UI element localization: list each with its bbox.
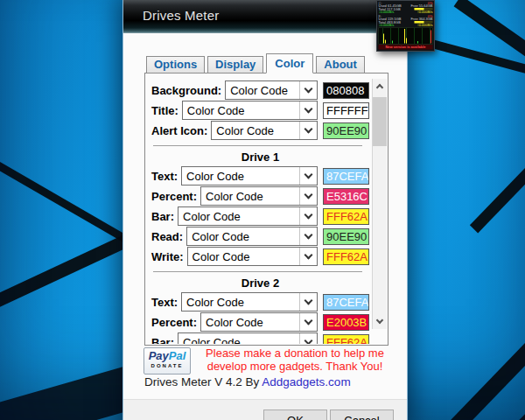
chevron-down-icon[interactable]	[299, 122, 317, 139]
color-row-d1-read: Read: Color Code 90EE90	[151, 227, 369, 246]
section-divider	[153, 271, 362, 272]
scroll-up-button[interactable]	[373, 79, 387, 94]
chevron-down-icon[interactable]	[299, 187, 317, 205]
color-row-d2-text: Text: Color Code 87CEFA	[151, 292, 369, 312]
field-label: Bar:	[151, 210, 174, 223]
tab-about[interactable]: About	[316, 56, 365, 74]
dropdown-value: Color Code	[183, 104, 299, 117]
paypal-logo: PayPal	[144, 349, 190, 363]
chevron-down-icon[interactable]	[299, 248, 317, 265]
color-code-input[interactable]: FFF62A	[323, 334, 369, 345]
drives-meter-settings-window: Drives Meter Options Display Color About…	[122, 0, 408, 420]
drive1-read-rate: ↓0.000B/s	[379, 10, 395, 14]
window-titlebar[interactable]: Drives Meter	[123, 0, 407, 33]
section-header-drive1: Drive 1	[151, 150, 369, 164]
color-code-input[interactable]: 87CEFA	[323, 294, 369, 311]
color-code-input[interactable]: FFF62A	[323, 248, 369, 265]
color-row-background: Background: Color Code 080808	[151, 80, 369, 100]
chevron-up-icon	[376, 84, 383, 91]
drive1-write-rate: ↑0.000B/s	[417, 10, 433, 14]
color-row-d2-percent: Percent: Color Code E2003B	[151, 312, 369, 332]
color-mode-dropdown[interactable]: Color Code	[186, 227, 318, 246]
donation-line1: Please make a donation to help me	[206, 346, 384, 360]
paypal-donate-button[interactable]: PayPal DONATE	[144, 347, 191, 374]
dropdown-value: Color Code	[178, 210, 299, 223]
chevron-down-icon[interactable]	[299, 293, 317, 311]
color-code-input[interactable]: 87CEFA	[323, 168, 369, 185]
color-mode-dropdown[interactable]: Color Code	[211, 121, 318, 140]
update-banner: New version is available	[379, 45, 433, 50]
color-code-input[interactable]: E5316C	[323, 188, 369, 205]
wallpaper-beam	[470, 153, 525, 234]
color-mode-dropdown[interactable]: Color Code	[182, 101, 318, 120]
dropdown-value: Color Code	[182, 170, 299, 183]
wallpaper-beam	[450, 326, 525, 420]
field-label: Bar:	[151, 336, 174, 345]
wallpaper-beam	[454, 0, 525, 66]
field-label: Text:	[151, 170, 178, 183]
chevron-down-icon[interactable]	[299, 313, 317, 331]
color-mode-dropdown[interactable]: Color Code	[200, 312, 318, 332]
scrollbar-thumb[interactable]	[373, 97, 387, 146]
chevron-down-icon[interactable]	[299, 102, 317, 119]
field-label: Title:	[151, 104, 178, 117]
dropdown-value: Color Code	[212, 124, 299, 137]
color-code-input[interactable]: FFFFFF	[323, 102, 369, 119]
color-code-input[interactable]: 90EE90	[323, 122, 369, 139]
chevron-down-icon[interactable]	[299, 207, 317, 225]
chevron-down-icon[interactable]	[299, 228, 317, 245]
color-mode-dropdown[interactable]: Color Code	[178, 332, 318, 344]
scroll-down-button[interactable]	[373, 314, 387, 329]
field-label: Text:	[151, 296, 178, 309]
chevron-down-icon[interactable]	[299, 333, 317, 344]
color-row-d1-percent: Percent: Color Code E5316C	[151, 186, 369, 206]
tab-color[interactable]: Color	[266, 53, 313, 74]
color-code-input[interactable]: E2003B	[323, 314, 369, 331]
donation-message: Please make a donation to help me develo…	[193, 346, 396, 373]
color-mode-dropdown[interactable]: Color Code	[181, 292, 318, 312]
gadget-content: C:0% Used 61.45GBFree 55.64GB Total 117.…	[377, 1, 434, 51]
color-row-d1-text: Text: Color Code 87CEFA	[151, 166, 369, 186]
chevron-down-icon[interactable]	[299, 81, 317, 99]
dropdown-value: Color Code	[178, 336, 299, 345]
color-mode-dropdown[interactable]: Color Code	[225, 80, 318, 100]
color-code-input[interactable]: 080808	[323, 82, 369, 99]
donation-line2: develop more gadgets. Thank You!	[207, 360, 383, 373]
color-code-input[interactable]: 90EE90	[323, 228, 369, 245]
chevron-down-icon[interactable]	[299, 167, 317, 185]
color-mode-dropdown[interactable]: Color Code	[181, 166, 318, 186]
color-mode-dropdown[interactable]: Color Code	[200, 186, 318, 206]
cancel-button[interactable]: Cancel	[330, 410, 394, 420]
disk-activity-graph	[379, 28, 433, 45]
addgadgets-link[interactable]: Addgadgets.com	[262, 375, 350, 388]
color-code-input[interactable]: FFF62A	[323, 208, 369, 225]
version-line: Drives Meter V 4.2 By Addgadgets.com	[144, 375, 351, 388]
field-label: Percent:	[151, 190, 197, 203]
chevron-down-icon	[376, 317, 383, 324]
section-divider	[153, 145, 362, 146]
color-mode-dropdown[interactable]: Color Code	[178, 206, 318, 226]
dropdown-value: Color Code	[187, 230, 299, 243]
field-label: Background:	[151, 84, 221, 97]
tab-options[interactable]: Options	[146, 56, 205, 74]
tab-display[interactable]: Display	[207, 56, 263, 74]
color-settings-panel: Background: Color Code 080808 Title: Col…	[144, 73, 388, 346]
drive2-read-rate: ↓0.000B/s	[379, 24, 395, 27]
section-header-drive2: Drive 2	[151, 276, 369, 290]
dropdown-value: Color Code	[201, 316, 299, 329]
color-row-title: Title: Color Code FFFFFF	[151, 101, 369, 120]
vertical-scrollbar[interactable]	[372, 79, 387, 329]
field-label: Alert Icon:	[151, 124, 207, 137]
field-label: Write:	[151, 250, 184, 263]
ok-button[interactable]: OK	[263, 410, 327, 420]
color-row-d2-bar: Bar: Color Code FFF62A	[151, 332, 369, 344]
dropdown-value: Color Code	[188, 250, 299, 263]
wallpaper-beam	[486, 374, 525, 420]
field-label: Percent:	[151, 316, 197, 329]
window-title: Drives Meter	[143, 8, 219, 23]
color-mode-dropdown[interactable]: Color Code	[187, 247, 318, 266]
color-row-alert-icon: Alert Icon: Color Code 90EE90	[151, 121, 369, 140]
drive1-free: Free 55.64GB	[410, 4, 432, 8]
drives-meter-gadget-preview: C:0% Used 61.45GBFree 55.64GB Total 117.…	[376, 0, 435, 52]
drive2-free: Free 364.3GB	[410, 18, 432, 21]
